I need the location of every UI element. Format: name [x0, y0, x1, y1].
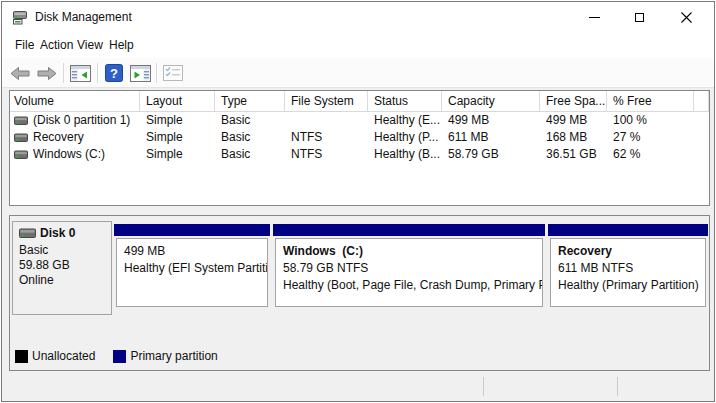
cell-type: Basic — [215, 112, 285, 129]
cell-pct-free: 62 % — [607, 146, 694, 163]
table-row[interactable]: Windows (C:) Simple Basic NTFS Healthy (… — [10, 146, 709, 163]
cell-status: Healthy (B... — [368, 146, 442, 163]
cell-free-space: 499 MB — [540, 112, 607, 129]
show-action-pane-button[interactable] — [128, 62, 152, 84]
header-file-system[interactable]: File System — [285, 91, 368, 111]
cell-free-space: 168 MB — [540, 129, 607, 146]
menu-help[interactable]: Help — [109, 33, 134, 58]
header-capacity[interactable]: Capacity — [442, 91, 540, 111]
disk-status: Online — [19, 273, 105, 288]
disk-name: Disk 0 — [40, 226, 75, 241]
disk-management-window: Disk Management File Action View Help — [1, 1, 715, 402]
disk-0-block[interactable]: Disk 0 Basic 59.88 GB Online — [12, 221, 112, 315]
volume-name: Windows (C:) — [33, 146, 105, 163]
toolbar-separator — [63, 63, 64, 83]
table-row[interactable]: Recovery Simple Basic NTFS Healthy (P...… — [10, 129, 709, 146]
table-row[interactable]: (Disk 0 partition 1) Simple Basic Health… — [10, 112, 709, 129]
cell-spacer — [694, 129, 709, 146]
partition-efi[interactable]: 499 MB Healthy (EFI System Partiti — [116, 238, 268, 307]
volume-name: Recovery — [33, 129, 84, 146]
svg-text:?: ? — [110, 66, 118, 81]
cell-status: Healthy (P... — [368, 129, 442, 146]
menu-bar: File Action View Help — [2, 33, 714, 58]
partition-color-band — [548, 224, 708, 236]
volume-list-pane: Volume Layout Type File System Status Ca… — [9, 90, 710, 206]
menu-view[interactable]: View — [77, 33, 103, 58]
show-console-tree-button[interactable] — [68, 62, 92, 84]
volume-icon — [14, 133, 28, 143]
toolbar-separator — [97, 63, 98, 83]
partition-size: 58.79 GB NTFS — [283, 260, 542, 277]
partition-name: Recovery — [558, 243, 705, 260]
help-button[interactable]: ? — [102, 62, 126, 84]
volume-name: (Disk 0 partition 1) — [33, 112, 130, 129]
unallocated-swatch-icon — [15, 350, 28, 363]
close-button[interactable] — [664, 2, 709, 33]
status-bar-divider — [617, 377, 618, 396]
maximize-icon — [635, 13, 644, 22]
legend: Unallocated Primary partition — [15, 349, 218, 363]
header-free-space[interactable]: Free Spa... — [540, 91, 607, 111]
partition-status: Healthy (EFI System Partiti — [124, 260, 267, 277]
cell-status: Healthy (E... — [368, 112, 442, 129]
cell-layout: Simple — [140, 129, 215, 146]
pane-splitter[interactable] — [2, 206, 714, 215]
title-bar[interactable]: Disk Management — [2, 2, 714, 33]
cell-capacity: 58.79 GB — [442, 146, 540, 163]
minimize-icon — [589, 17, 600, 18]
cell-pct-free: 27 % — [607, 129, 694, 146]
cell-capacity: 499 MB — [442, 112, 540, 129]
cell-type: Basic — [215, 146, 285, 163]
menu-file[interactable]: File — [15, 33, 34, 58]
volume-icon — [14, 150, 28, 160]
cell-free-space: 36.51 GB — [540, 146, 607, 163]
primary-partition-swatch-icon — [113, 350, 126, 363]
legend-label-primary: Primary partition — [130, 349, 217, 363]
forward-button[interactable] — [35, 62, 59, 84]
partition-color-band — [273, 224, 545, 236]
cell-type: Basic — [215, 129, 285, 146]
header-volume[interactable]: Volume — [10, 91, 140, 111]
partition-windows-c[interactable]: Windows (C:) 58.79 GB NTFS Healthy (Boot… — [275, 238, 543, 307]
cell-capacity: 611 MB — [442, 129, 540, 146]
window-title: Disk Management — [35, 2, 132, 33]
disk-graphical-pane: Disk 0 Basic 59.88 GB Online 499 MB Heal… — [9, 215, 710, 371]
cell-file-system: NTFS — [285, 129, 368, 146]
partition-size: 611 MB NTFS — [558, 260, 705, 277]
partition-recovery[interactable]: Recovery 611 MB NTFS Healthy (Primary Pa… — [550, 238, 706, 307]
partition-color-band — [114, 224, 270, 236]
partition-status: Healthy (Boot, Page File, Crash Dump, Pr… — [283, 277, 542, 294]
partition-status: Healthy (Primary Partition) — [558, 277, 705, 294]
help-icon: ? — [105, 64, 123, 82]
partition-size: 499 MB — [124, 243, 267, 260]
cell-file-system: NTFS — [285, 146, 368, 163]
cell-spacer — [694, 146, 709, 163]
cell-file-system — [285, 112, 368, 129]
toolbar-separator — [156, 63, 157, 83]
header-layout[interactable]: Layout — [140, 91, 215, 111]
properties-button[interactable] — [161, 62, 185, 84]
back-button[interactable] — [8, 62, 32, 84]
header-type[interactable]: Type — [215, 91, 285, 111]
toolbar: ? — [2, 58, 714, 88]
properties-icon — [163, 65, 183, 81]
header-spacer — [694, 91, 709, 111]
close-icon — [681, 12, 692, 23]
disk-management-app-icon — [12, 9, 28, 25]
minimize-button[interactable] — [572, 2, 617, 33]
show-console-tree-icon — [70, 65, 91, 82]
disk-icon — [19, 228, 36, 239]
cell-pct-free: 100 % — [607, 112, 694, 129]
maximize-button[interactable] — [617, 2, 662, 33]
header-status[interactable]: Status — [368, 91, 442, 111]
volume-table-header: Volume Layout Type File System Status Ca… — [10, 91, 709, 112]
status-bar-divider — [483, 377, 484, 396]
show-action-pane-icon — [130, 65, 151, 82]
disk-capacity: 59.88 GB — [19, 258, 105, 273]
cell-layout: Simple — [140, 146, 215, 163]
volume-icon — [14, 116, 28, 126]
legend-label-unallocated: Unallocated — [32, 349, 95, 363]
header-pct-free[interactable]: % Free — [607, 91, 694, 111]
menu-action[interactable]: Action — [40, 33, 73, 58]
cell-spacer — [694, 112, 709, 129]
